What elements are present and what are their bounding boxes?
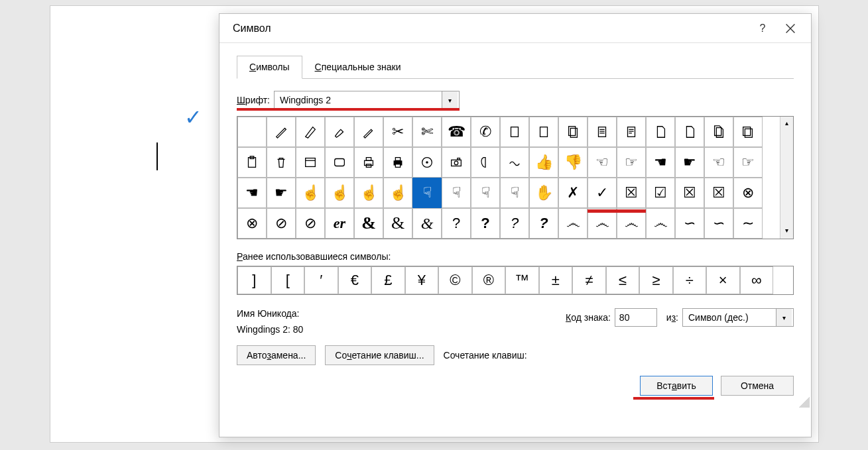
symbol-cell[interactable]: ෴: [646, 208, 675, 239]
symbol-cell[interactable]: ☛: [267, 178, 296, 208]
symbol-cell[interactable]: ☚: [646, 147, 675, 178]
symbol-cell[interactable]: [529, 117, 558, 147]
symbol-cell[interactable]: ☜: [704, 147, 733, 178]
scroll-down-icon[interactable]: ▾: [785, 227, 788, 236]
tab-symbols[interactable]: Символы: [237, 56, 302, 79]
symbol-cell[interactable]: ?: [471, 208, 500, 239]
symbol-cell[interactable]: ☟: [471, 178, 500, 208]
autocorrect-button[interactable]: Автозамена...: [237, 345, 316, 365]
symbol-cell[interactable]: [617, 117, 646, 147]
symbol-cell[interactable]: [558, 117, 588, 147]
symbol-cell[interactable]: ⊘: [267, 208, 296, 239]
symbol-cell[interactable]: [237, 117, 267, 147]
shortcut-button[interactable]: Сочетание клавиш...: [325, 345, 434, 365]
font-input[interactable]: [275, 91, 442, 109]
recent-cell[interactable]: ™: [505, 266, 539, 294]
recent-cell[interactable]: €: [338, 266, 372, 294]
recent-cell[interactable]: ′: [304, 266, 338, 294]
symbol-cell[interactable]: 👎: [558, 147, 588, 178]
symbol-cell[interactable]: ☛: [675, 147, 704, 178]
symbol-cell[interactable]: ?: [442, 208, 471, 239]
symbol-cell[interactable]: [383, 147, 412, 178]
symbol-cell[interactable]: ☒: [675, 178, 704, 208]
symbol-cell[interactable]: ∽: [675, 208, 704, 239]
tab-special[interactable]: Специальные знаки: [302, 56, 414, 79]
symbol-cell[interactable]: &: [412, 208, 442, 239]
symbol-cell[interactable]: [296, 147, 325, 178]
symbol-cell[interactable]: ☚: [237, 178, 267, 208]
grid-scrollbar[interactable]: ▴ ▾: [780, 117, 793, 239]
symbol-cell[interactable]: ☞: [617, 147, 646, 178]
symbol-cell[interactable]: er: [325, 208, 354, 239]
symbol-cell[interactable]: ⊗: [237, 208, 267, 239]
recent-cell[interactable]: ©: [438, 266, 472, 294]
recent-cell[interactable]: ≤: [606, 266, 640, 294]
close-button[interactable]: [776, 18, 804, 39]
symbol-cell[interactable]: 👍: [529, 147, 558, 178]
from-combo[interactable]: ▾: [682, 308, 794, 327]
symbol-cell[interactable]: [646, 117, 675, 147]
help-button[interactable]: ?: [749, 18, 776, 39]
recent-cell[interactable]: [: [271, 266, 305, 294]
symbol-cell[interactable]: &: [354, 208, 383, 239]
symbol-cell[interactable]: [267, 147, 296, 178]
recent-cell[interactable]: ÷: [673, 266, 707, 294]
symbol-cell[interactable]: ✂: [383, 117, 412, 147]
symbol-cell[interactable]: ⊗: [733, 178, 763, 208]
symbol-cell[interactable]: ✓: [588, 178, 617, 208]
symbol-cell[interactable]: [354, 147, 383, 178]
symbol-cell[interactable]: ∼: [733, 208, 763, 239]
symbol-cell[interactable]: ∽: [704, 208, 733, 239]
from-input[interactable]: [683, 309, 776, 326]
recent-cell[interactable]: ≥: [639, 266, 673, 294]
symbol-cell[interactable]: &: [383, 208, 412, 239]
symbol-cell[interactable]: ☟: [442, 178, 471, 208]
symbol-cell[interactable]: ෴: [558, 208, 588, 239]
code-input[interactable]: [615, 308, 657, 327]
cancel-button[interactable]: Отмена: [721, 376, 794, 396]
symbol-cell[interactable]: ✄: [412, 117, 442, 147]
symbol-cell[interactable]: ☟: [412, 178, 442, 208]
symbol-cell[interactable]: ☝: [383, 178, 412, 208]
recent-cell[interactable]: ×: [706, 266, 740, 294]
recent-cell[interactable]: ®: [472, 266, 506, 294]
symbol-cell[interactable]: ☎: [442, 117, 471, 147]
symbol-cell[interactable]: ☜: [588, 147, 617, 178]
symbol-cell[interactable]: ✗: [558, 178, 588, 208]
scroll-up-icon[interactable]: ▴: [785, 119, 788, 129]
symbol-cell[interactable]: [237, 147, 267, 178]
symbol-cell[interactable]: [471, 147, 500, 178]
recent-cell[interactable]: ≠: [572, 266, 606, 294]
from-dropdown-button[interactable]: ▾: [776, 309, 792, 326]
symbol-cell[interactable]: ☒: [704, 178, 733, 208]
symbol-cell[interactable]: [296, 117, 325, 147]
symbol-cell[interactable]: ☑: [646, 178, 675, 208]
resize-grip-icon[interactable]: [799, 397, 810, 408]
symbol-cell[interactable]: [412, 147, 442, 178]
recent-cell[interactable]: ∞: [740, 266, 774, 294]
symbol-cell[interactable]: [325, 117, 354, 147]
symbol-cell[interactable]: ☞: [733, 147, 763, 178]
recent-cell[interactable]: ±: [539, 266, 573, 294]
symbol-cell[interactable]: ☝: [296, 178, 325, 208]
symbol-cell[interactable]: [588, 117, 617, 147]
symbol-cell[interactable]: [325, 147, 354, 178]
symbol-cell[interactable]: ☝: [325, 178, 354, 208]
symbol-cell[interactable]: ⊘: [296, 208, 325, 239]
font-combo[interactable]: ▾: [274, 91, 460, 109]
symbol-cell[interactable]: [500, 147, 529, 178]
recent-cell[interactable]: ¥: [405, 266, 439, 294]
symbol-cell[interactable]: [675, 117, 704, 147]
symbol-cell[interactable]: [267, 117, 296, 147]
recent-cell[interactable]: ]: [237, 266, 271, 294]
symbol-cell[interactable]: ☒: [617, 178, 646, 208]
symbol-cell[interactable]: ?: [529, 208, 558, 239]
font-dropdown-button[interactable]: ▾: [442, 91, 458, 109]
symbol-cell[interactable]: [733, 117, 763, 147]
symbol-cell[interactable]: ?: [500, 208, 529, 239]
symbol-cell[interactable]: [354, 117, 383, 147]
symbol-cell[interactable]: ☟: [500, 178, 529, 208]
symbol-cell[interactable]: [500, 117, 529, 147]
recent-cell[interactable]: £: [371, 266, 405, 294]
symbol-cell[interactable]: ✋: [529, 178, 558, 208]
